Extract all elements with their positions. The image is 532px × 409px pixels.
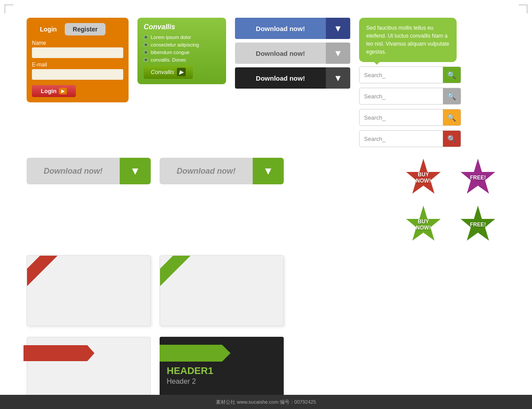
watermark-text: 素材公社 www.sucaishe.com 编号：00792425	[216, 399, 316, 405]
download-label-large-2: Download now!	[160, 158, 253, 184]
card-red-ribbon	[27, 255, 151, 326]
convallis-widget: Convallis Lorem ipsum dolor consectetur …	[137, 18, 226, 84]
badge-buy-now-green[interactable]: BUY NOW!	[403, 205, 443, 245]
badge-text-free-dark-green: FREE!	[470, 222, 486, 228]
arrow-tag	[23, 345, 94, 361]
login-form: Login Register Name E-mail Login ▶	[27, 18, 129, 102]
search-bar-gray: 🔍	[359, 88, 461, 105]
arrow-tag-card	[27, 337, 151, 403]
download-label-gray: Download now!	[235, 43, 326, 64]
row2: Download now! ▼ Download now! ▼ BUY NOW!	[27, 158, 505, 245]
search-input-red[interactable]	[360, 131, 443, 147]
badges-section: BUY NOW! FREE! BUY NOW!	[403, 158, 505, 245]
convallis-title: Convallis	[144, 23, 220, 31]
download-arrow-icon-large-1: ▼	[120, 158, 151, 184]
header-card: HEADER1 Header 2	[160, 337, 284, 403]
search-button-orange[interactable]: 🔍	[443, 109, 461, 125]
badge-text-free-purple: FREE!	[470, 175, 486, 181]
list-item: bibendum congue	[144, 50, 220, 55]
download-arrow-icon-blue: ▼	[326, 18, 350, 39]
download-button-black[interactable]: Download now! ▼	[235, 67, 350, 89]
convallis-item-text: Lorem ipsum dolor	[151, 35, 191, 40]
convallis-arrow-icon: ▶	[177, 68, 186, 76]
download-label-black: Download now!	[235, 67, 326, 89]
convallis-button[interactable]: Convallis ▶	[144, 65, 193, 79]
dot-icon	[144, 43, 148, 47]
download-button-gray[interactable]: Download now! ▼	[235, 43, 350, 64]
badge-free-dark-green[interactable]: FREE!	[458, 205, 498, 245]
download-arrow-icon-black: ▼	[326, 67, 350, 89]
list-item: Lorem ipsum dolor	[144, 35, 220, 40]
download-group: Download now! ▼ Download now! ▼ Download…	[235, 18, 350, 89]
row1: Login Register Name E-mail Login ▶ Conva…	[27, 18, 505, 147]
search-button-gray[interactable]: 🔍	[443, 88, 461, 104]
ribbon-red	[27, 256, 60, 288]
login-button[interactable]: Login ▶	[32, 85, 76, 97]
convallis-item-text: bibendum congue	[151, 50, 189, 55]
header-card-title: HEADER1	[160, 362, 284, 378]
login-button-label: Login	[41, 88, 56, 94]
search-bar-orange: 🔍	[359, 109, 461, 126]
list-item: convallis. Donec	[144, 57, 220, 62]
search-button-green[interactable]: 🔍	[443, 67, 461, 83]
email-input[interactable]	[32, 69, 123, 80]
tab-login[interactable]: Login	[32, 23, 65, 35]
badge-free-purple[interactable]: FREE!	[458, 158, 498, 198]
convallis-button-label: Convallis	[151, 69, 174, 75]
download-arrow-icon-large-2: ▼	[253, 158, 284, 184]
name-label: Name	[32, 40, 123, 46]
search-group-row1: 🔍 🔍 🔍 🔍	[359, 66, 461, 147]
list-item: consectetur adipiscing	[144, 42, 220, 47]
download-arrow-icon-gray: ▼	[326, 43, 350, 64]
download-label-large-1: Download now!	[27, 158, 120, 184]
dot-icon	[144, 50, 148, 55]
right-column: Sed faucibus mollis tellus eu eleifend. …	[359, 18, 466, 147]
search-input-green[interactable]	[360, 67, 443, 83]
badge-text-buy-now-red: BUY NOW!	[414, 171, 434, 184]
convallis-item-text: consectetur adipiscing	[151, 42, 199, 47]
card-green-ribbon	[160, 255, 284, 326]
badge-buy-now-red[interactable]: BUY NOW!	[403, 158, 443, 198]
convallis-item-text: convallis. Donec	[151, 57, 186, 62]
download-button-large-1[interactable]: Download now! ▼	[27, 158, 151, 184]
search-button-red[interactable]: 🔍	[443, 131, 461, 147]
header-card-subtitle: Header 2	[160, 378, 284, 386]
badge-text-buy-now-green: BUY NOW!	[414, 218, 434, 231]
dot-icon	[144, 58, 148, 62]
ribbon-corner-red	[27, 256, 63, 291]
badges-group: BUY NOW! FREE! BUY NOW!	[403, 158, 505, 245]
bottom-bar: 素材公社 www.sucaishe.com 编号：00792425	[0, 395, 532, 409]
download-label-blue: Download now!	[235, 18, 326, 39]
login-tabs: Login Register	[32, 23, 123, 35]
speech-bubble-text: Sed faucibus mollis tellus eu eleifend. …	[366, 25, 449, 55]
search-input-orange[interactable]	[360, 109, 443, 125]
row4: HEADER1 Header 2	[27, 337, 505, 403]
ribbon-corner-green	[160, 256, 196, 291]
speech-bubble: Sed faucibus mollis tellus eu eleifend. …	[359, 18, 457, 62]
login-arrow-icon: ▶	[59, 88, 67, 94]
tab-register[interactable]: Register	[65, 23, 106, 35]
header-card-tag	[160, 345, 231, 362]
ribbon-green	[160, 256, 193, 288]
download-button-large-2[interactable]: Download now! ▼	[160, 158, 284, 184]
dot-icon	[144, 35, 148, 39]
row3	[27, 255, 505, 326]
download-button-blue[interactable]: Download now! ▼	[235, 18, 350, 39]
search-bar-red: 🔍	[359, 130, 461, 147]
email-label: E-mail	[32, 62, 123, 68]
name-input[interactable]	[32, 47, 123, 58]
search-input-gray[interactable]	[360, 88, 443, 104]
